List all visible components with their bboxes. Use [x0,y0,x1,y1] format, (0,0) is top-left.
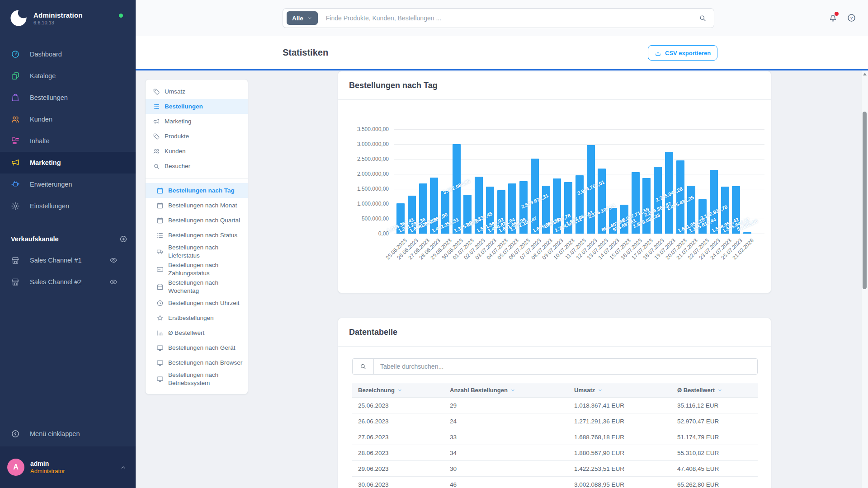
bar-25.06.2023[interactable] [396,203,405,234]
global-search-input[interactable] [318,14,698,22]
subnav-item-bestellungen-nach-zahlungsstatus[interactable]: Bestellungen nach Zahlungsstatus [146,260,248,278]
add-sales-channel-button[interactable] [119,235,127,243]
sort-chevron-icon [598,388,603,393]
sidebar-item-label: Erweiterungen [30,181,72,188]
sidebar-item-dashboard[interactable]: Dashboard [0,43,136,65]
subnav-item-marketing[interactable]: Marketing [146,114,248,129]
subnav-item-bestellungen-nach-status[interactable]: Bestellungen nach Status [146,228,248,243]
bar-11.07.2023[interactable] [576,175,584,234]
data-table-card: Datentabelle Bezeichnung Anzahl Bestellu… [338,318,771,488]
sidebar-item-marketing[interactable]: Marketing [0,152,136,174]
table-cell: 1.271.291,36 EUR [568,418,671,425]
sort-chevron-icon [510,388,515,393]
bar-16.07.2023[interactable] [632,172,640,234]
bar-07.07.2023[interactable] [531,159,539,234]
subnav-item-bestellungen-nach-monat[interactable]: Bestellungen nach Monat [146,198,248,213]
global-search[interactable]: Alle [283,8,714,28]
bar-04.07.2023[interactable] [497,190,505,234]
download-icon [655,50,661,56]
bar-01.07.2023[interactable] [463,195,472,234]
bar-28.06.2023[interactable] [430,178,438,234]
subnav-item-umsatz[interactable]: Umsatz [146,84,248,99]
search-filter-dropdown[interactable]: Alle [287,11,318,25]
sidebar-item-inhalte[interactable]: Inhalte [0,130,136,152]
bar-25.07.2023[interactable] [732,186,740,234]
sales-channel-sales-channel-1[interactable]: Sales Channel #1 [0,249,136,271]
online-status-dot [119,14,123,18]
bar-29.06.2023[interactable] [441,191,449,234]
bar-20.07.2023[interactable] [676,160,684,234]
sidebar-item-kataloge[interactable]: Kataloge [0,65,136,87]
bar-12.07.2023[interactable] [587,145,595,234]
bar-23.07.2023[interactable] [710,170,718,234]
column-header-umsatz[interactable]: Umsatz [568,387,671,394]
sidebar-item-kunden[interactable]: Kunden [0,108,136,130]
subnav-item-erstbestellungen[interactable]: Erstbestellungen [146,310,248,325]
bar-21.07.2023[interactable] [687,186,695,234]
bar-21.02.2026[interactable] [743,232,751,234]
bar-03.07.2023[interactable] [486,187,494,234]
bar-15.07.2023[interactable] [620,205,628,234]
collapse-menu-button[interactable]: Menü einklappen [0,421,136,446]
table-cell: 1.422.253,51 EUR [568,465,671,472]
eye-icon[interactable] [109,256,118,264]
subnav-item-bestellungen-nach-betriebssystem[interactable]: Bestellungen nach Betriebssystem [146,370,248,388]
subnav-item-bestellungen-nach-uhrzeit[interactable]: Bestellungen nach Uhrzeit [146,296,248,310]
subnav-item-produkte[interactable]: Produkte [146,129,248,144]
sidebar-item-bestellungen[interactable]: Bestellungen [0,87,136,108]
bar-10.07.2023[interactable] [564,182,572,234]
scroll-up-arrow[interactable] [863,73,867,75]
y-axis-tick: 0,00 [338,230,389,237]
eye-icon[interactable] [109,278,118,286]
column-header-o-bestellwert[interactable]: Ø Bestellwert [671,387,758,394]
vertical-scrollbar[interactable] [861,70,868,488]
bar-27.06.2023[interactable] [419,183,427,234]
subnav-item-kunden[interactable]: Kunden [146,144,248,159]
page-title: Statistiken [283,47,328,58]
csv-export-button[interactable]: CSV exportieren [648,45,717,61]
sales-channel-sales-channel-2[interactable]: Sales Channel #2 [0,271,136,293]
bar-30.06.2023[interactable] [453,144,461,234]
bar-17.07.2023[interactable] [642,178,651,234]
sidebar-item-einstellungen[interactable]: Einstellungen [0,195,136,217]
bar-05.07.2023[interactable] [508,183,516,234]
bar-19.07.2023[interactable] [665,152,673,234]
bar-chart-icon [156,329,164,337]
bar-06.07.2023[interactable] [519,181,528,234]
bar-09.07.2023[interactable] [553,178,561,234]
subnav-item-o-bestellwert[interactable]: Ø Bestellwert [146,325,248,340]
sidebar-item-erweiterungen[interactable]: Erweiterungen [0,174,136,195]
user-menu[interactable]: A admin Administrator [0,446,136,488]
subnav-item-bestellungen[interactable]: Bestellungen [146,99,248,114]
bar-26.06.2023[interactable] [408,196,416,234]
marketing-icon [153,118,160,125]
y-axis-tick: 1.000.000,00 [338,201,389,207]
bar-22.07.2023[interactable] [698,199,707,234]
column-header-anzahl-bestellungen[interactable]: Anzahl Bestellungen [444,387,568,394]
help-button[interactable]: ? [847,13,856,23]
bar-08.07.2023[interactable] [542,186,550,234]
bar-24.07.2023[interactable] [721,187,729,234]
subnav-item-bestellungen-nach-gerat[interactable]: Bestellungen nach Gerät [146,340,248,355]
subnav-item-bestellungen-nach-quartal[interactable]: Bestellungen nach Quartal [146,213,248,228]
bar-02.07.2023[interactable] [475,177,483,234]
table-search-input[interactable] [374,359,757,374]
subnav-item-bestellungen-nach-browser[interactable]: Bestellungen nach Browser [146,355,248,370]
y-axis-tick: 2.500.000,00 [338,156,389,162]
subnav-item-bestellungen-nach-lieferstatus[interactable]: Bestellungen nach Lieferstatus [146,243,248,260]
calendar-icon [156,217,164,224]
scrollbar-thumb[interactable] [863,112,867,289]
statistics-subnav: Umsatz Bestellungen Marketing Produkte K… [145,79,248,394]
star-icon [156,314,164,322]
y-axis-tick: 3.000.000,00 [338,141,389,147]
notifications-button[interactable] [828,13,838,23]
subnav-item-besucher[interactable]: Besucher [146,159,248,174]
column-header-bezeichnung[interactable]: Bezeichnung [352,387,444,394]
bar-14.07.2023[interactable] [609,208,617,234]
svg-text:?: ? [850,16,853,20]
subnav-item-bestellungen-nach-wochentag[interactable]: Bestellungen nach Wochentag [146,278,248,296]
subnav-item-bestellungen-nach-tag[interactable]: Bestellungen nach Tag [146,183,248,198]
subnav-item-label: Produkte [165,132,189,141]
bar-18.07.2023[interactable] [654,167,662,234]
bar-13.07.2023[interactable] [598,169,606,234]
